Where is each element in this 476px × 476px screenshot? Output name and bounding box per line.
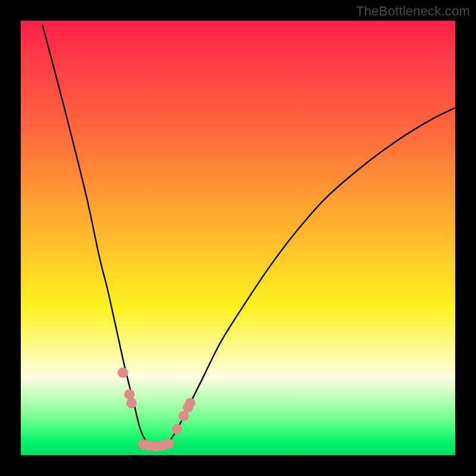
marker-dot (163, 439, 174, 449)
watermark-text: TheBottleneck.com (356, 4, 470, 19)
marker-dot (126, 398, 137, 409)
plot-area (21, 21, 455, 455)
chart-frame: TheBottleneck.com (0, 0, 476, 476)
marker-dot (124, 389, 135, 400)
marker-dot (118, 368, 129, 378)
marker-dot (185, 398, 196, 409)
marker-dot (172, 424, 183, 434)
curve-markers (21, 21, 455, 455)
